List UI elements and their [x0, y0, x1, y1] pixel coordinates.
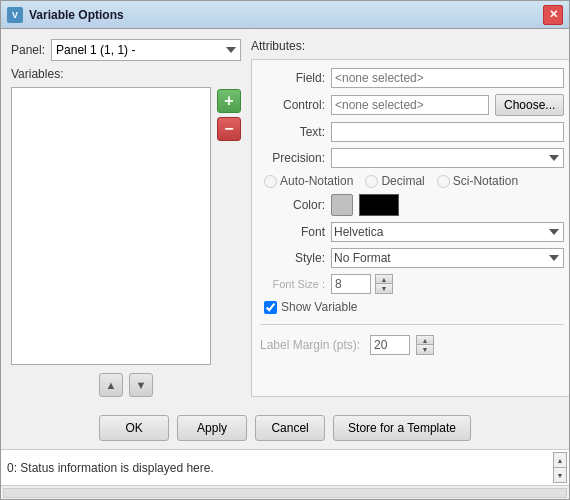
move-down-button[interactable]: ▼ [129, 373, 153, 397]
status-scroll-up[interactable]: ▲ [554, 453, 566, 468]
label-margin-input[interactable] [370, 335, 410, 355]
show-variable-label: Show Variable [281, 300, 358, 314]
font-select[interactable]: Helvetica [331, 222, 564, 242]
show-variable-row: Show Variable [260, 300, 564, 314]
label-margin-down[interactable]: ▼ [417, 345, 433, 354]
font-size-control: ▲ ▼ [331, 274, 393, 294]
style-row: Style: No Format [260, 248, 564, 268]
font-size-row: Font Size : ▲ ▼ [260, 274, 564, 294]
show-variable-checkbox[interactable] [264, 301, 277, 314]
auto-notation-label: Auto-Notation [280, 174, 353, 188]
notation-group: Auto-Notation Decimal Sci-Notation [260, 174, 564, 188]
attributes-label: Attributes: [251, 39, 569, 53]
panel-label: Panel: [11, 43, 45, 57]
status-scrollbar[interactable]: ▲ ▼ [553, 452, 567, 483]
variables-box [11, 87, 211, 365]
font-size-label: Font Size : [260, 278, 325, 290]
add-variable-button[interactable]: + [217, 89, 241, 113]
sci-notation-label: Sci-Notation [453, 174, 518, 188]
horizontal-scrollbar[interactable] [1, 485, 569, 499]
field-row: Field: [260, 68, 564, 88]
attributes-group: Field: Control: Choose... Text: Precisio… [251, 59, 569, 397]
field-input[interactable] [331, 68, 564, 88]
variables-label: Variables: [11, 67, 241, 81]
style-select[interactable]: No Format [331, 248, 564, 268]
choose-button[interactable]: Choose... [495, 94, 564, 116]
status-bar: 0: Status information is displayed here.… [1, 449, 569, 485]
status-scroll-down[interactable]: ▼ [554, 468, 566, 482]
panel-select[interactable]: Panel 1 (1, 1) - [51, 39, 241, 61]
text-row: Text: [260, 122, 564, 142]
precision-select[interactable] [331, 148, 564, 168]
close-button[interactable]: ✕ [543, 5, 563, 25]
horiz-scroll-track [3, 488, 567, 498]
color-row: Color: [260, 194, 564, 216]
remove-variable-button[interactable]: − [217, 117, 241, 141]
left-panel: Panel: Panel 1 (1, 1) - Variables: + − ▲… [11, 39, 241, 397]
cancel-button[interactable]: Cancel [255, 415, 325, 441]
color-picker-gray[interactable] [331, 194, 353, 216]
move-controls: ▲ ▼ [11, 373, 241, 397]
control-row: Control: Choose... [260, 94, 564, 116]
bottom-buttons: OK Apply Cancel Store for a Template [1, 407, 569, 449]
auto-notation-radio[interactable] [264, 175, 277, 188]
control-input[interactable] [331, 95, 489, 115]
sci-notation-radio[interactable] [437, 175, 450, 188]
font-label: Font [260, 225, 325, 239]
font-size-up[interactable]: ▲ [376, 275, 392, 284]
store-template-button[interactable]: Store for a Template [333, 415, 471, 441]
title-bar: V Variable Options ✕ [1, 1, 569, 29]
panel-row: Panel: Panel 1 (1, 1) - [11, 39, 241, 61]
label-margin-row: Label Margin (pts): ▲ ▼ [260, 335, 564, 355]
decimal-item: Decimal [365, 174, 424, 188]
sci-notation-item: Sci-Notation [437, 174, 518, 188]
font-size-down[interactable]: ▼ [376, 284, 392, 293]
precision-row: Precision: [260, 148, 564, 168]
text-input[interactable] [331, 122, 564, 142]
font-size-input[interactable] [331, 274, 371, 294]
color-label: Color: [260, 198, 325, 212]
decimal-label: Decimal [381, 174, 424, 188]
ok-button[interactable]: OK [99, 415, 169, 441]
label-margin-label: Label Margin (pts): [260, 338, 360, 352]
auto-notation-item: Auto-Notation [264, 174, 353, 188]
right-panel: Attributes: Field: Control: Choose... Te… [251, 39, 569, 397]
window-icon: V [7, 7, 23, 23]
status-text: 0: Status information is displayed here. [7, 461, 563, 475]
color-picker-black[interactable] [359, 194, 399, 216]
main-window: V Variable Options ✕ Panel: Panel 1 (1, … [0, 0, 570, 500]
field-label: Field: [260, 71, 325, 85]
divider [260, 324, 564, 325]
window-title: Variable Options [29, 8, 543, 22]
label-margin-up[interactable]: ▲ [417, 336, 433, 345]
apply-button[interactable]: Apply [177, 415, 247, 441]
font-size-spinner: ▲ ▼ [375, 274, 393, 294]
style-label: Style: [260, 251, 325, 265]
label-margin-spinner: ▲ ▼ [416, 335, 434, 355]
control-label: Control: [260, 98, 325, 112]
precision-label: Precision: [260, 151, 325, 165]
move-up-button[interactable]: ▲ [99, 373, 123, 397]
text-label: Text: [260, 125, 325, 139]
font-row: Font Helvetica [260, 222, 564, 242]
decimal-radio[interactable] [365, 175, 378, 188]
